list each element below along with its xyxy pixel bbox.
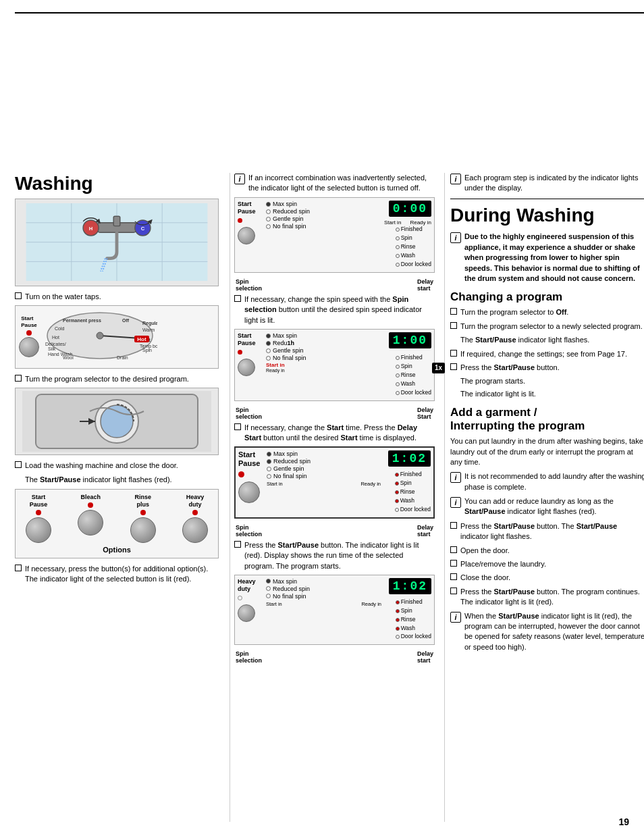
- spin-opt-max-1: Max spin: [266, 201, 381, 207]
- step-program-text: Turn the program selector to the desired…: [25, 374, 189, 384]
- info-text-top: If an incorrect combination was inadvert…: [248, 173, 435, 194]
- spin-dot: [267, 459, 271, 464]
- step-taps-text: Turn on the water taps.: [25, 292, 101, 302]
- info-icon-add-3: i: [450, 612, 461, 623]
- start-in-highlight: Start in: [266, 362, 381, 368]
- add-text-2: Open the door.: [460, 546, 510, 556]
- panel4-led: [238, 596, 242, 600]
- info-icon-bold: i: [450, 232, 461, 243]
- panel1-btn[interactable]: [238, 227, 255, 244]
- panel3-btn[interactable]: [238, 481, 260, 503]
- left-column: Washing H C: [15, 173, 224, 822]
- rinse-plus-led: [140, 510, 146, 515]
- add-check-3: [450, 560, 457, 567]
- spin-opt-gent-3: Gentle spin: [267, 465, 381, 472]
- panel3-led: [238, 471, 244, 477]
- spin-dot: [267, 474, 271, 479]
- info-text-add-1: It is not recommended to add laundry aft…: [464, 471, 644, 492]
- svg-text:C: C: [141, 226, 145, 232]
- spin-dot: [266, 202, 271, 207]
- spin-opt-max-4: Max spin: [266, 578, 381, 585]
- bleach-label: Bleach: [81, 494, 101, 501]
- change-check-2: [450, 322, 457, 329]
- svg-text:Hot: Hot: [52, 335, 59, 340]
- info-text-bold: Due to the highly engineered suspension …: [464, 232, 644, 284]
- panel4-label: Heavyduty: [238, 578, 256, 593]
- spin-dot: [267, 467, 271, 471]
- step-taps: Turn on the water taps.: [15, 292, 219, 302]
- spin-opt-gent-1: Gentle spin: [266, 215, 381, 222]
- add-step-2: Open the door.: [450, 546, 644, 556]
- checkbox-delay: [234, 423, 241, 430]
- checkbox-4: [15, 565, 22, 571]
- panel1-led: [238, 218, 242, 223]
- spin-dot: [266, 594, 271, 598]
- info-box-add-2: i You can add or reduce laundry as long …: [450, 496, 644, 517]
- status-list-1: Finished Spin Rinse Wash Door locked: [396, 226, 431, 269]
- panel2-btn-labels: Spinselection DelayStart: [234, 407, 435, 420]
- add-check-4: [450, 573, 457, 580]
- info-text-add-2: You can add or reduce laundry as long as…: [464, 496, 644, 517]
- step-press-text: Press the Start/Pause button. The indica…: [244, 540, 435, 571]
- spin-panel-1: StartPause Max spin Reduced spin Gentle …: [234, 197, 435, 272]
- svg-point-34: [97, 332, 103, 339]
- change-check-4: [450, 363, 457, 370]
- step-spin: If necessary, change the spin speed with…: [234, 294, 435, 325]
- panel4-btn[interactable]: [238, 604, 255, 622]
- status-list-3: Finished Spin Rinse Wash Door locked: [395, 471, 431, 514]
- step-load-text: Load the washing machine and close the d…: [25, 461, 178, 471]
- heavy-duty-button[interactable]: [182, 517, 208, 543]
- spin-dot: [266, 217, 271, 221]
- spin-dot: [266, 334, 271, 338]
- panel4-right: 1:02 Finished Spin Rinse Wash Door locke…: [384, 578, 431, 642]
- svg-point-40: [101, 405, 133, 438]
- info-icon-top: i: [234, 174, 245, 184]
- page-title: Washing: [15, 173, 219, 194]
- info-icon-add-1: i: [450, 472, 461, 483]
- svg-text:Hot: Hot: [137, 336, 146, 342]
- ready-in-2: Ready in: [266, 368, 381, 373]
- change-step-1: Turn the program selector to Off.: [450, 307, 644, 317]
- spin-panel-3: StartPause Max spin Reduced spin Gentle …: [234, 446, 435, 518]
- status-list-4: Finished Spin Rinse Wash Door locked: [396, 598, 431, 642]
- change-text-3: If required, change the settings; see fr…: [460, 349, 627, 359]
- spin-panel-2: StartPause Max spin Redu1h Gentle spin N…: [234, 329, 435, 400]
- section-divider-1: [450, 199, 644, 199]
- info-text-right-top: Each program step is indicated by the in…: [464, 173, 644, 194]
- spin-opt-none-1: No final spin: [266, 223, 381, 230]
- display-1: 0:00: [389, 201, 431, 217]
- bleach-button[interactable]: [78, 510, 103, 536]
- spin-dot: [266, 579, 271, 583]
- start-pause-button[interactable]: [26, 517, 51, 543]
- panel4-mid: Max spin Reduced spin No final spin Star…: [266, 578, 381, 642]
- add-check-5: [450, 588, 457, 594]
- panel1-mid: Max spin Reduced spin Gentle spin No fin…: [266, 201, 381, 269]
- add-text-1: Press the Start/Pause button. The Start/…: [460, 521, 644, 542]
- svg-text:Rinse & Spin: Rinse & Spin: [103, 360, 131, 361]
- checkbox-3: [15, 461, 22, 468]
- bleach-group: Bleach: [70, 494, 111, 536]
- options-panel: StartPause Bleach Rinseplus Heavyduty: [15, 489, 219, 558]
- spin-dot: [266, 224, 271, 229]
- panel2-btn[interactable]: [238, 359, 255, 376]
- panel3-right: 1:02 Finished Spin Rinse Wash Door locke…: [383, 450, 431, 514]
- page-number: 19: [618, 816, 629, 827]
- add-step-1: Press the Start/Pause button. The Start/…: [450, 521, 644, 542]
- rinse-plus-group: Rinseplus: [123, 494, 163, 543]
- start-pause-btn-dial[interactable]: [19, 337, 39, 357]
- rinse-plus-button[interactable]: [130, 517, 156, 543]
- top-border: [15, 12, 644, 14]
- change-text-2: Turn the program selector to a newly sel…: [460, 321, 643, 332]
- start-pause-group: StartPause: [18, 494, 59, 543]
- panel4-left: Heavyduty: [238, 578, 263, 642]
- spin-opt-red-1: Reduced spin: [266, 208, 381, 215]
- info-box-top: i If an incorrect combination was inadve…: [234, 173, 435, 194]
- right-column: i Each program step is indicated by the …: [444, 173, 644, 822]
- display-3: 1:02: [388, 450, 431, 467]
- change-step-3: If required, change the settings; see fr…: [450, 349, 644, 359]
- checkbox-2: [15, 375, 22, 382]
- change-indicator-text: The Start/Pause indicator light flashes.: [460, 335, 644, 345]
- display-4: 1:02: [389, 578, 431, 594]
- middle-column: i If an incorrect combination was inadve…: [230, 173, 439, 822]
- change-text-4: Press the Start/Pause button.: [460, 363, 560, 373]
